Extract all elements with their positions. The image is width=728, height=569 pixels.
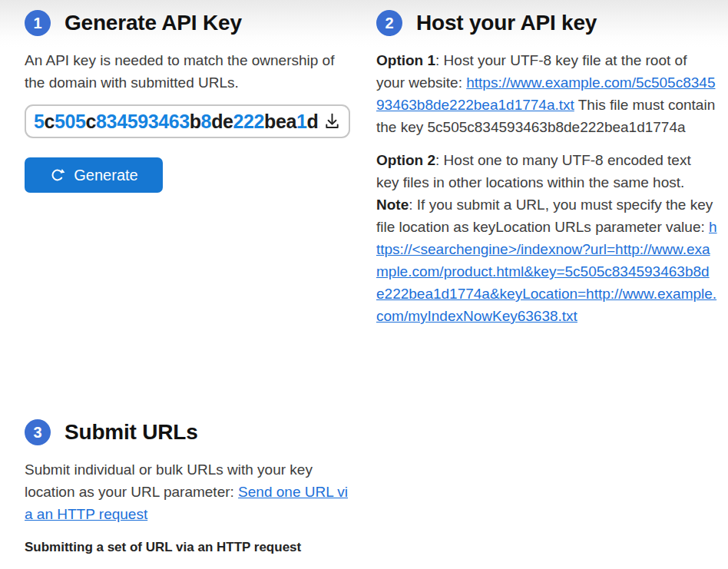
generate-button-label: Generate — [74, 167, 137, 184]
bold-text: Option 2 — [376, 152, 435, 168]
host-section-header: 2 Host your API key — [376, 8, 717, 38]
step-3-badge: 3 — [25, 419, 51, 445]
section-generate-api-key: 1 Generate API Key An API key is needed … — [25, 8, 350, 193]
submit-section-title: Submit URLs — [65, 419, 198, 445]
submit-section-header: 3 Submit URLs — [25, 417, 350, 448]
left-column: 1 Generate API Key An API key is needed … — [25, 8, 350, 556]
generate-section-header: 1 Generate API Key — [25, 8, 350, 38]
host-section-title: Host your API key — [416, 10, 597, 36]
generate-description: An API key is needed to match the owners… — [25, 49, 350, 94]
bold-text: Note — [376, 197, 409, 213]
right-column: 2 Host your API key Option 1: Host your … — [376, 8, 717, 556]
step-2-badge: 2 — [376, 10, 402, 36]
refresh-icon — [49, 167, 66, 184]
api-key-field[interactable]: 5c505c834593463b8de222bea1d1774a — [25, 104, 350, 138]
api-key-value: 5c505c834593463b8de222bea1d1774a — [34, 111, 319, 133]
submit-intro: Submit individual or bulk URLs with your… — [25, 458, 350, 525]
host-option-2: Option 2: Host one to many UTF-8 encoded… — [376, 149, 717, 327]
submit-set-subheading: Submitting a set of URL via an HTTP requ… — [25, 539, 350, 556]
section-submit-urls: 3 Submit URLs Submit individual or bulk … — [25, 417, 350, 556]
step-1-badge: 1 — [25, 10, 51, 36]
text-segment: : If you submit a URL, you must specify … — [376, 197, 713, 235]
download-icon-glyph — [322, 111, 342, 132]
generate-button[interactable]: Generate — [25, 157, 163, 193]
host-option-1: Option 1: Host your UTF-8 key file at th… — [376, 49, 717, 138]
download-icon[interactable] — [319, 109, 344, 134]
generate-section-title: Generate API Key — [65, 10, 242, 36]
indexnow-setup-page: 1 Generate API Key An API key is needed … — [0, 0, 728, 556]
section-host-api-key: 2 Host your API key Option 1: Host your … — [376, 8, 717, 327]
bold-text: Option 1 — [376, 52, 435, 68]
